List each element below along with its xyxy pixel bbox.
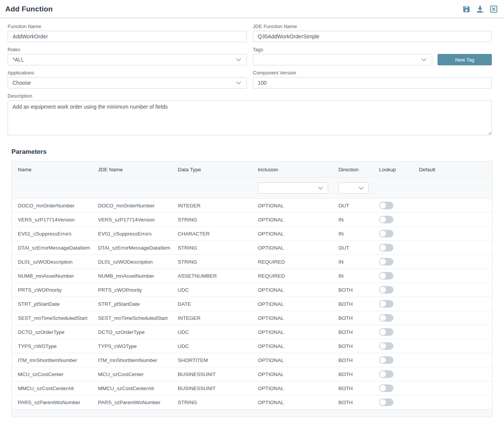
lookup-toggle[interactable] — [379, 398, 393, 406]
param-jde-name: DTAI_szErrorMessageDataItem — [92, 245, 172, 251]
param-name: STRT_jdStartDate — [12, 301, 92, 307]
applications-select[interactable]: Choose — [8, 77, 247, 89]
tags-select[interactable] — [253, 54, 433, 65]
column-header-default: Default — [413, 167, 492, 172]
param-direction: BOTH — [332, 371, 373, 377]
param-inclusion: OPTIONAL — [252, 329, 332, 335]
toggle-knob — [380, 245, 386, 251]
lookup-toggle[interactable] — [379, 230, 393, 237]
param-direction: BOTH — [332, 400, 373, 405]
lookup-toggle[interactable] — [379, 384, 393, 392]
table-row: MCU_szCostCenter MCU_szCostCenter BUSINE… — [12, 367, 492, 381]
param-name: DOCO_mnOrderNumber — [12, 203, 92, 209]
toggle-knob — [380, 315, 386, 321]
lookup-toggle[interactable] — [379, 202, 393, 209]
param-jde-name: PRTS_cWOPriority — [92, 287, 172, 293]
param-direction: OUT — [332, 245, 373, 251]
table-row: TYPS_cWOType TYPS_cWOType UDC OPTIONAL B… — [12, 339, 492, 353]
save-icon[interactable] — [462, 5, 471, 13]
roles-select[interactable]: *ALL — [8, 54, 247, 65]
table-row: DCTO_szOrderType DCTO_szOrderType UDC OP… — [12, 325, 492, 339]
param-jde-name: EV01_cSuppressErrors — [92, 231, 172, 237]
param-direction: BOTH — [332, 301, 373, 307]
component-version-label: Component Version — [253, 70, 492, 76]
jde-function-name-input[interactable] — [253, 31, 492, 42]
lookup-toggle[interactable] — [379, 244, 393, 251]
table-row: SEST_mnTimeScheduledStart SEST_mnTimeSch… — [12, 311, 492, 325]
param-data-type: SHORTITEM — [172, 357, 252, 363]
param-data-type: STRING — [172, 245, 252, 251]
param-inclusion: OPTIONAL — [252, 245, 332, 251]
param-direction: BOTH — [332, 343, 373, 349]
param-lookup-cell — [373, 244, 413, 251]
lookup-toggle[interactable] — [379, 286, 393, 294]
toggle-knob — [380, 259, 386, 265]
param-jde-name: MMCU_szCostCenterAlt — [92, 386, 172, 391]
toggle-knob — [380, 357, 386, 363]
description-textarea[interactable]: Add an equipment work order using the mi… — [8, 100, 492, 135]
function-name-input[interactable] — [8, 31, 247, 42]
param-direction: IN — [332, 231, 373, 237]
chevron-down-icon — [236, 81, 241, 85]
function-form: Function Name JDE Function Name Roles *A… — [0, 18, 504, 137]
param-lookup-cell — [373, 216, 413, 223]
lookup-toggle[interactable] — [379, 370, 393, 378]
close-icon[interactable] — [490, 5, 498, 13]
param-name: DCTO_szOrderType — [12, 329, 92, 335]
component-version-input[interactable] — [253, 77, 492, 89]
table-row: NUMB_mnAssetNumber NUMB_mnAssetNumber AS… — [12, 269, 492, 283]
param-lookup-cell — [373, 328, 413, 336]
description-field: Description Add an equipment work order … — [8, 93, 492, 137]
column-header-jde-name: JDE Name — [92, 167, 172, 172]
param-name: SEST_mnTimeScheduledStart — [12, 315, 92, 321]
new-tag-button[interactable]: New Tag — [438, 54, 492, 65]
lookup-toggle[interactable] — [379, 342, 393, 350]
lookup-toggle[interactable] — [379, 216, 393, 223]
toggle-knob — [380, 301, 386, 307]
lookup-toggle[interactable] — [379, 328, 393, 336]
title-bar: Add Function — [0, 0, 504, 18]
lookup-toggle[interactable] — [379, 356, 393, 364]
param-lookup-cell — [373, 258, 413, 266]
inclusion-filter-select[interactable] — [258, 182, 328, 194]
toggle-knob — [380, 343, 386, 349]
param-lookup-cell — [373, 356, 413, 364]
param-name: PRTS_cWOPriority — [12, 287, 92, 293]
param-lookup-cell — [373, 342, 413, 350]
description-label: Description — [8, 93, 492, 99]
param-inclusion: OPTIONAL — [252, 301, 332, 307]
param-inclusion: OPTIONAL — [252, 287, 332, 293]
param-data-type: BUSINESSUNIT — [172, 386, 252, 391]
lookup-toggle[interactable] — [379, 300, 393, 308]
direction-filter-select[interactable] — [338, 182, 369, 194]
download-icon[interactable] — [476, 5, 484, 13]
roles-label: Roles — [8, 47, 247, 52]
param-data-type: BUSINESSUNIT — [172, 371, 252, 377]
param-inclusion: OPTIONAL — [252, 400, 332, 405]
toggle-knob — [380, 202, 386, 209]
param-inclusion: OPTIONAL — [252, 371, 332, 377]
param-jde-name: PARS_szParentWoNumber — [92, 400, 172, 405]
lookup-toggle[interactable] — [379, 314, 393, 322]
lookup-toggle[interactable] — [379, 258, 393, 266]
param-data-type: INTEGER — [172, 203, 252, 209]
table-row: DTAI_szErrorMessageDataItem DTAI_szError… — [12, 240, 492, 254]
param-lookup-cell — [373, 286, 413, 294]
param-data-type: UDC — [172, 329, 252, 335]
param-data-type: STRING — [172, 259, 252, 265]
parameters-title: Parameters — [11, 148, 493, 156]
param-name: DTAI_szErrorMessageDataItem — [12, 245, 92, 251]
table-row: PARS_szParentWoNumber PARS_szParentWoNum… — [12, 395, 492, 409]
param-data-type: INTEGER — [172, 315, 252, 321]
lookup-toggle[interactable] — [379, 272, 393, 280]
applications-selected-value: Choose — [13, 80, 31, 86]
param-inclusion: OPTIONAL — [252, 203, 332, 209]
table-row: PRTS_cWOPriority PRTS_cWOPriority UDC OP… — [12, 283, 492, 297]
column-header-inclusion: Inclusion — [252, 167, 332, 172]
chevron-down-icon — [421, 58, 427, 62]
column-header-data-type: Data Type — [172, 167, 252, 172]
roles-selected-value: *ALL — [13, 57, 24, 63]
parameters-section: Parameters Name JDE Name Data Type Inclu… — [0, 148, 504, 417]
toggle-knob — [380, 217, 386, 223]
param-name: VERS_szP17714Version — [12, 217, 92, 223]
